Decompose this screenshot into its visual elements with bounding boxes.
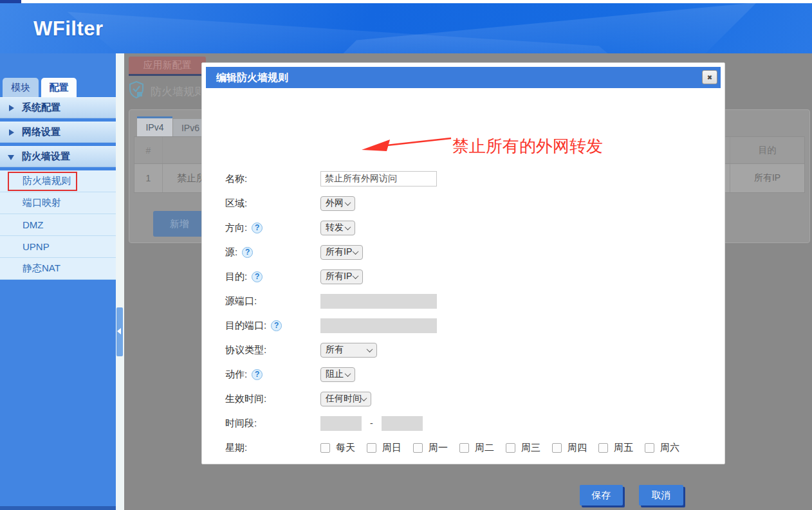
checkbox-sunday[interactable]	[367, 443, 376, 453]
sidebar-collapse-handle[interactable]	[116, 307, 123, 356]
time-from-input[interactable]	[320, 416, 362, 431]
checkbox-saturday[interactable]	[645, 443, 654, 453]
dest-select[interactable]: 所有IP	[320, 269, 363, 284]
field-row-source-port: 源端口:	[202, 289, 724, 313]
help-icon[interactable]: ?	[271, 320, 282, 331]
dialog-form: 名称: 区域: 外网 方向: ?	[202, 152, 724, 505]
sidebar-group-system-config[interactable]: 系统配置	[0, 97, 116, 118]
page-title: 防火墙规则	[151, 84, 205, 99]
weekday-option-sunday: 周日	[367, 442, 401, 454]
sidebar-item-firewall-rules[interactable]: 防火墙规则	[0, 170, 116, 192]
chevron-down-icon	[353, 248, 359, 255]
help-icon[interactable]: ?	[242, 247, 253, 258]
apply-new-config-button[interactable]: 应用新配置	[129, 57, 206, 76]
dialog-button-row: 保存 取消	[202, 485, 724, 505]
page: WFilter 模块 配置 系统配置 网络设置 防火墙设置 防火墙规则 端口映射…	[0, 0, 812, 510]
protocol-select-value: 所有	[326, 344, 344, 356]
weekday-option-label: 周二	[475, 442, 494, 454]
time-range-separator: -	[370, 418, 373, 428]
time-to-input[interactable]	[382, 416, 423, 431]
triangle-right-icon	[9, 129, 14, 136]
field-row-dest: 目的: ? 所有IP	[202, 264, 724, 289]
sidebar-group-network-settings[interactable]: 网络设置	[0, 122, 116, 143]
zone-select-value: 外网	[326, 197, 344, 209]
action-select[interactable]: 阻止	[320, 367, 355, 382]
sidebar-menu: 系统配置 网络设置 防火墙设置 防火墙规则 端口映射 DMZ UPNP 静态NA…	[0, 97, 116, 280]
help-icon[interactable]: ?	[252, 271, 263, 282]
sidebar-group-label: 网络设置	[22, 126, 60, 138]
chevron-down-icon	[345, 199, 351, 206]
sidebar-gutter	[116, 53, 124, 510]
field-row-zone: 区域: 外网	[202, 191, 724, 215]
action-label: 动作:	[225, 369, 247, 381]
weekday-option-thursday: 周四	[552, 442, 587, 454]
field-row-time-range: 时间段: -	[202, 411, 724, 435]
brand-logo: WFilter	[33, 17, 104, 41]
help-icon[interactable]: ?	[252, 223, 263, 233]
field-row-effective-time: 生效时间: 任何时间	[202, 387, 724, 411]
zone-label: 区域:	[225, 197, 247, 210]
weekday-option-monday: 周一	[413, 442, 448, 454]
sidebar-bottom-bar	[0, 506, 116, 510]
name-input[interactable]	[320, 171, 437, 187]
weekday-option-wednesday: 周三	[506, 442, 540, 454]
direction-select[interactable]: 转发	[320, 221, 355, 235]
weekday-option-friday: 周五	[598, 442, 633, 454]
source-port-input[interactable]	[320, 294, 437, 309]
sidebar-tab-config[interactable]: 配置	[41, 78, 77, 97]
triangle-left-icon	[117, 328, 121, 334]
protocol-label: 协议类型:	[225, 344, 266, 356]
field-row-source: 源: ? 所有IP	[202, 240, 724, 264]
sidebar-item-label: 端口映射	[23, 197, 61, 209]
help-icon[interactable]: ?	[252, 369, 263, 380]
direction-label: 方向:	[225, 222, 247, 234]
checkbox-monday[interactable]	[413, 443, 423, 453]
direction-select-value: 转发	[326, 222, 344, 233]
source-select-value: 所有IP	[326, 246, 352, 258]
checkbox-thursday[interactable]	[552, 443, 562, 453]
column-header-index: #	[134, 137, 163, 163]
protocol-select[interactable]: 所有	[320, 343, 377, 358]
close-icon[interactable]: ✖	[702, 70, 717, 84]
sidebar-tab-modules[interactable]: 模块	[3, 78, 39, 97]
annotation-arrow-icon	[359, 131, 452, 159]
zone-select[interactable]: 外网	[320, 196, 355, 211]
field-row-direction: 方向: ? 转发	[202, 215, 724, 240]
checkbox-everyday[interactable]	[320, 443, 330, 453]
checkbox-wednesday[interactable]	[506, 443, 515, 453]
field-row-name: 名称:	[202, 167, 724, 191]
add-rule-button[interactable]: 新增	[153, 211, 206, 237]
cancel-button[interactable]: 取消	[639, 485, 683, 505]
sidebar-item-upnp[interactable]: UPNP	[0, 236, 116, 258]
sidebar-item-port-mapping[interactable]: 端口映射	[0, 192, 116, 214]
app-header: WFilter	[0, 3, 812, 53]
row-index: 1	[134, 164, 163, 192]
source-port-label: 源端口:	[225, 295, 257, 307]
dest-port-label: 目的端口:	[225, 320, 266, 332]
checkbox-friday[interactable]	[598, 443, 608, 453]
chevron-down-icon	[353, 273, 359, 279]
weekday-option-label: 周六	[660, 442, 679, 454]
tab-ipv4[interactable]: IPv4	[137, 116, 172, 136]
checkbox-tuesday[interactable]	[459, 443, 469, 453]
effective-time-select-value: 任何时间	[326, 393, 362, 405]
save-button[interactable]: 保存	[580, 485, 623, 505]
sidebar-group-label: 系统配置	[22, 102, 60, 114]
sidebar-group-firewall-settings[interactable]: 防火墙设置	[0, 146, 116, 167]
dest-port-input[interactable]	[320, 318, 437, 333]
weekday-option-label: 周四	[567, 442, 587, 454]
field-row-weekday: 星期: 每天 周日 周一 周	[202, 435, 724, 460]
weekday-option-everyday: 每天	[320, 442, 355, 454]
sidebar-item-dmz[interactable]: DMZ	[0, 214, 116, 236]
sidebar-group-label: 防火墙设置	[22, 150, 70, 163]
sidebar-item-static-nat[interactable]: 静态NAT	[0, 258, 116, 280]
source-select[interactable]: 所有IP	[320, 245, 363, 260]
effective-time-select[interactable]: 任何时间	[320, 392, 371, 406]
weekday-label: 星期:	[225, 442, 247, 454]
weekday-option-label: 周五	[614, 442, 633, 454]
weekday-option-label: 周日	[382, 442, 401, 454]
source-label: 源:	[225, 246, 237, 259]
dest-select-value: 所有IP	[326, 271, 352, 282]
chevron-down-icon	[361, 395, 367, 401]
chevron-down-icon	[367, 346, 373, 352]
